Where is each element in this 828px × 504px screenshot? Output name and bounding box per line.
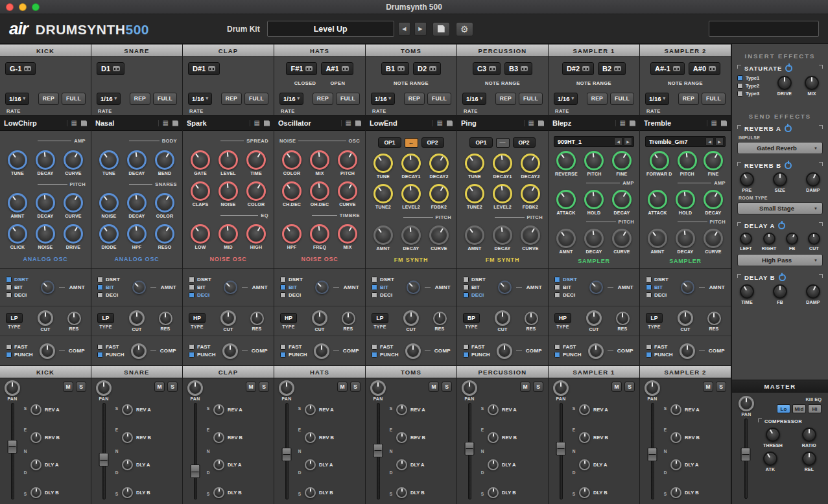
delay-filter-select[interactable]: High Pass ▼ bbox=[737, 254, 823, 266]
decay-knob[interactable] bbox=[36, 193, 55, 212]
dly-a-send-knob[interactable] bbox=[30, 459, 41, 470]
preset-save-icon[interactable] bbox=[721, 120, 727, 126]
reso-knob[interactable] bbox=[155, 224, 174, 244]
noise-knob[interactable] bbox=[36, 224, 55, 244]
bit-toggle[interactable]: BIT bbox=[463, 284, 486, 290]
filter-type-button[interactable]: LP bbox=[97, 313, 114, 323]
high-knob[interactable] bbox=[246, 224, 266, 244]
repeat-button[interactable]: REP bbox=[221, 93, 242, 105]
dly-b-send-knob[interactable] bbox=[122, 487, 133, 498]
repeat-button[interactable]: REP bbox=[495, 93, 516, 105]
comp-knob[interactable] bbox=[222, 343, 238, 359]
fader-handle[interactable] bbox=[282, 448, 292, 461]
curve-knob[interactable] bbox=[64, 150, 83, 170]
feedback-knob[interactable] bbox=[786, 233, 798, 245]
punch-toggle[interactable]: PUNCH bbox=[6, 352, 32, 358]
preset-selector[interactable]: Tremble▦ bbox=[640, 115, 731, 131]
filter-type-button[interactable]: HP bbox=[280, 313, 297, 323]
bit-toggle[interactable]: BIT bbox=[189, 284, 211, 290]
preset-save-icon[interactable] bbox=[630, 120, 635, 126]
punch-toggle[interactable]: PUNCH bbox=[280, 352, 307, 358]
preset-save-icon[interactable] bbox=[538, 120, 544, 126]
tune2-knob[interactable] bbox=[465, 184, 484, 203]
mute-button[interactable]: M bbox=[611, 382, 622, 392]
diode-knob[interactable] bbox=[99, 224, 119, 244]
impulse-select[interactable]: Gated Reverb ▼ bbox=[737, 142, 823, 154]
fader-handle[interactable] bbox=[191, 464, 200, 478]
bit-toggle[interactable]: BIT bbox=[372, 284, 394, 290]
deci-toggle[interactable]: DECI bbox=[646, 292, 668, 298]
filter-cutoff-knob[interactable] bbox=[220, 310, 236, 326]
full-button[interactable]: FULL bbox=[244, 93, 268, 105]
dly-b-send-knob[interactable] bbox=[213, 487, 224, 498]
bit-toggle[interactable]: BIT bbox=[280, 284, 303, 290]
rev-b-send-knob[interactable] bbox=[30, 432, 41, 443]
fader-handle[interactable] bbox=[465, 442, 475, 455]
rev-a-send-knob[interactable] bbox=[30, 404, 41, 415]
curve-knob[interactable] bbox=[521, 225, 540, 245]
dsrt-toggle[interactable]: DSRT bbox=[189, 277, 211, 282]
note-button[interactable]: D1 bbox=[97, 62, 124, 75]
curve-knob[interactable] bbox=[64, 193, 83, 212]
bit-toggle[interactable]: BIT bbox=[97, 284, 120, 290]
fast-toggle[interactable]: FAST bbox=[372, 344, 398, 350]
threshold-knob[interactable] bbox=[766, 428, 780, 442]
low-knob[interactable] bbox=[191, 224, 210, 244]
preset-save-icon[interactable] bbox=[172, 120, 178, 126]
dly-b-send-knob[interactable] bbox=[579, 487, 590, 498]
fast-toggle[interactable]: FAST bbox=[6, 344, 32, 350]
rate-select[interactable]: 1/16▾ bbox=[462, 93, 486, 105]
preset-browse-icon[interactable]: ▦ bbox=[437, 120, 443, 126]
filter-res-knob[interactable] bbox=[67, 312, 81, 325]
comp-knob[interactable] bbox=[131, 343, 147, 359]
curve-knob[interactable] bbox=[338, 181, 357, 201]
decay-knob[interactable] bbox=[127, 150, 147, 170]
noise-knob[interactable] bbox=[219, 181, 238, 201]
dist-amount-knob[interactable] bbox=[681, 281, 694, 294]
volume-fader[interactable] bbox=[187, 403, 203, 499]
filter-type-button[interactable]: BP bbox=[463, 313, 480, 323]
dly-a-send-knob[interactable] bbox=[305, 459, 316, 470]
time-knob[interactable] bbox=[246, 150, 266, 170]
filter-type-button[interactable]: LP bbox=[6, 313, 23, 323]
filter-res-knob[interactable] bbox=[250, 312, 264, 325]
comp-knob[interactable] bbox=[497, 343, 512, 359]
dist-amount-knob[interactable] bbox=[407, 281, 420, 294]
preset-save-icon[interactable] bbox=[264, 120, 270, 126]
rev-b-send-knob[interactable] bbox=[579, 432, 590, 443]
mute-button[interactable]: M bbox=[337, 382, 348, 392]
preset-browse-icon[interactable]: ▦ bbox=[254, 120, 260, 126]
rate-select[interactable]: 1/16▾ bbox=[645, 93, 669, 105]
ratio-knob[interactable] bbox=[802, 428, 816, 442]
dsrt-toggle[interactable]: DSRT bbox=[372, 277, 394, 282]
mid-knob[interactable] bbox=[219, 224, 238, 244]
hpf-knob[interactable] bbox=[282, 224, 302, 244]
saturate-type-row[interactable]: Type2 bbox=[737, 83, 768, 89]
solo-button[interactable]: S bbox=[442, 382, 452, 392]
preset-browse-icon[interactable]: ▦ bbox=[163, 120, 169, 126]
dly-a-send-knob[interactable] bbox=[396, 459, 407, 470]
pan-knob[interactable] bbox=[462, 380, 477, 396]
full-button[interactable]: FULL bbox=[153, 93, 177, 105]
repeat-button[interactable]: REP bbox=[587, 93, 608, 105]
pan-knob[interactable] bbox=[96, 380, 112, 396]
rate-select[interactable]: 1/16▾ bbox=[5, 93, 29, 105]
curve-knob[interactable] bbox=[704, 229, 723, 248]
preset-selector[interactable]: Ping▦ bbox=[457, 115, 548, 131]
filter-type-button[interactable]: LP bbox=[646, 313, 663, 323]
dsrt-toggle[interactable]: DSRT bbox=[463, 277, 486, 282]
dly-b-send-knob[interactable] bbox=[30, 487, 41, 498]
solo-button[interactable]: S bbox=[259, 382, 269, 392]
fast-toggle[interactable]: FAST bbox=[554, 344, 581, 350]
fast-toggle[interactable]: FAST bbox=[646, 344, 672, 350]
repeat-button[interactable]: REP bbox=[404, 93, 425, 105]
preset-selector[interactable]: LowChirp▦ bbox=[0, 115, 91, 131]
color-knob[interactable] bbox=[155, 193, 174, 212]
repeat-button[interactable]: REP bbox=[130, 93, 150, 105]
filter-cutoff-knob[interactable] bbox=[586, 310, 602, 326]
decay-knob[interactable] bbox=[612, 190, 632, 209]
dsrt-toggle[interactable]: DSRT bbox=[646, 277, 668, 282]
filter-cutoff-knob[interactable] bbox=[678, 310, 693, 326]
pan-knob[interactable] bbox=[5, 380, 20, 396]
dsrt-toggle[interactable]: DSRT bbox=[97, 277, 120, 282]
